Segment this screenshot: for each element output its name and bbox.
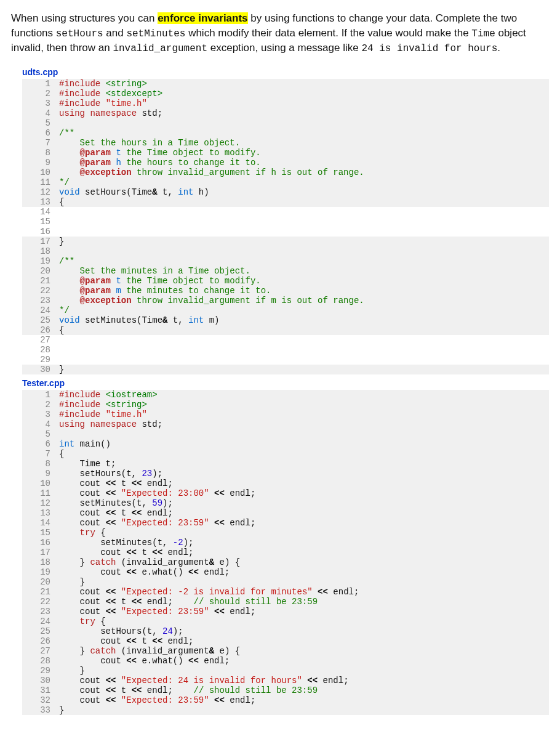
- line-content: [57, 335, 549, 345]
- line-content: setMinutes(t, -2);: [57, 538, 549, 548]
- line-number: 16: [22, 538, 57, 548]
- code-line: 21 @param t the Time object to modify.: [22, 276, 549, 286]
- code-line: 19/**: [22, 256, 549, 266]
- line-content: }: [57, 666, 549, 676]
- code-line: 8 @param t the Time object to modify.: [22, 148, 549, 158]
- code-line: 18 } catch (invalid_argument& e) {: [22, 557, 549, 567]
- line-content: {: [57, 449, 549, 459]
- code-line: 5: [22, 118, 549, 128]
- code-line: 23 @exception throw invalid_argument if …: [22, 296, 549, 305]
- code-line: 20 }: [22, 577, 549, 587]
- line-content: /**: [57, 128, 549, 138]
- line-content: [57, 207, 549, 217]
- line-number: 10: [22, 168, 57, 177]
- line-content: @param t the Time object to modify.: [57, 148, 549, 158]
- line-number: 12: [22, 187, 57, 197]
- intro-text: which modify their data element. If the …: [185, 27, 471, 39]
- line-content: Set the minutes in a Time object.: [57, 266, 549, 276]
- code-line: 13{: [22, 197, 549, 207]
- line-content: }: [57, 577, 549, 587]
- line-content: void setHours(Time& t, int h): [57, 187, 549, 197]
- line-content: {: [57, 325, 549, 335]
- line-number: 26: [22, 325, 57, 335]
- line-number: 1: [22, 79, 57, 89]
- code-line: 13 cout << t << endl;: [22, 508, 549, 518]
- line-content: #include <iostream>: [57, 390, 549, 400]
- code-line: 11*/: [22, 177, 549, 187]
- line-number: 13: [22, 197, 57, 207]
- line-number: 15: [22, 528, 57, 538]
- code-line: 6int main(): [22, 439, 549, 449]
- line-number: 8: [22, 459, 57, 469]
- line-number: 24: [22, 617, 57, 626]
- code-line: 28 cout << e.what() << endl;: [22, 656, 549, 666]
- line-number: 4: [22, 419, 57, 429]
- line-number: 28: [22, 345, 57, 355]
- line-number: 32: [22, 695, 57, 705]
- intro-paragraph: When using structures you can enforce in…: [11, 11, 549, 56]
- line-content: }: [57, 365, 549, 374]
- code-line: 7 Set the hours in a Time object.: [22, 138, 549, 148]
- code-line: 21 cout << "Expected: -2 is invalid for …: [22, 587, 549, 597]
- line-number: 20: [22, 266, 57, 276]
- line-number: 2: [22, 400, 57, 410]
- code-line: 3#include "time.h": [22, 410, 549, 419]
- code-line: 33}: [22, 705, 549, 715]
- code-line: 20 Set the minutes in a Time object.: [22, 266, 549, 276]
- code-line: 16 setMinutes(t, -2);: [22, 538, 549, 548]
- line-number: 25: [22, 626, 57, 636]
- code-line: 14: [22, 207, 549, 217]
- code-line: 12void setHours(Time& t, int h): [22, 187, 549, 197]
- code-line: 14 cout << "Expected: 23:59" << endl;: [22, 518, 549, 528]
- line-number: 33: [22, 705, 57, 715]
- code-line: 12 setMinutes(t, 59);: [22, 498, 549, 508]
- code-line: 4using namespace std;: [22, 419, 549, 429]
- line-number: 11: [22, 177, 57, 187]
- code-line: 23 cout << "Expected: 23:59" << endl;: [22, 607, 549, 617]
- intro-text: .: [497, 42, 500, 54]
- line-content: [57, 429, 549, 439]
- line-number: 20: [22, 577, 57, 587]
- line-number: 25: [22, 315, 57, 325]
- line-number: 4: [22, 108, 57, 118]
- line-content: try {: [57, 617, 549, 626]
- line-number: 21: [22, 587, 57, 597]
- line-number: 30: [22, 365, 57, 374]
- line-content: */: [57, 177, 549, 187]
- code-line: 26{: [22, 325, 549, 335]
- code-line: 9 setHours(t, 23);: [22, 469, 549, 479]
- line-content: setHours(t, 24);: [57, 626, 549, 636]
- line-content: cout << e.what() << endl;: [57, 567, 549, 577]
- line-content: @exception throw invalid_argument if h i…: [57, 168, 549, 177]
- line-number: 27: [22, 335, 57, 345]
- code-line: 16: [22, 227, 549, 237]
- line-content: /**: [57, 256, 549, 266]
- code-line: 24*/: [22, 305, 549, 315]
- line-content: cout << t << endl;: [57, 479, 549, 488]
- line-number: 21: [22, 276, 57, 286]
- code-line: 10 cout << t << endl;: [22, 479, 549, 488]
- code-line: 9 @param h the hours to change it to.: [22, 158, 549, 168]
- line-content: cout << t << endl;: [57, 508, 549, 518]
- line-number: 1: [22, 390, 57, 400]
- code-line: 2#include <stdexcept>: [22, 89, 549, 99]
- line-number: 14: [22, 518, 57, 528]
- code-line: 30}: [22, 365, 549, 374]
- line-content: #include "time.h": [57, 99, 549, 108]
- line-content: [57, 217, 549, 227]
- code-line: 17}: [22, 237, 549, 246]
- line-content: @exception throw invalid_argument if m i…: [57, 296, 549, 305]
- line-number: 15: [22, 217, 57, 227]
- code-line: 18: [22, 246, 549, 256]
- code-line: 30 cout << "Expected: 24 is invalid for …: [22, 676, 549, 685]
- intro-code: 24 is invalid for hours: [361, 43, 497, 54]
- line-number: 17: [22, 237, 57, 246]
- line-number: 31: [22, 685, 57, 695]
- line-number: 30: [22, 676, 57, 685]
- intro-text: and: [103, 27, 127, 39]
- line-number: 8: [22, 148, 57, 158]
- line-number: 23: [22, 296, 57, 305]
- line-number: 23: [22, 607, 57, 617]
- line-content: cout << e.what() << endl;: [57, 656, 549, 666]
- line-content: }: [57, 237, 549, 246]
